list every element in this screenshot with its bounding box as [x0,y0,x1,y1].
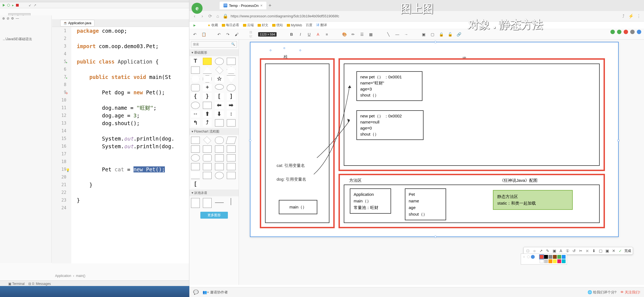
ext-icon[interactable] [630,30,635,34]
shape-misc4[interactable] [227,172,236,179]
annot-undo-icon[interactable]: ↺ [572,248,577,253]
shape-data[interactable] [226,137,236,144]
ext-icon[interactable] [637,30,641,34]
sidebar-tool-icon[interactable]: ⚙ [11,16,14,20]
shape-display[interactable] [215,163,224,170]
shape-ellipse[interactable] [215,84,224,90]
annot-copy-icon[interactable]: ▢ [598,248,603,253]
shape-sep-v[interactable] [231,198,231,205]
shape-arrow-u[interactable]: ⬆ [203,111,212,118]
shape-bracket-l[interactable]: [ [215,93,224,100]
shape-hexagon[interactable] [191,75,200,82]
color-pink[interactable] [557,259,561,263]
bookmark-folder[interactable]: 每日必看 [222,23,239,28]
shape-turn2[interactable]: ⤴ [203,119,212,127]
reload-icon[interactable]: ⟳ [208,14,212,19]
cat-ref-text[interactable]: cat: 引用变量名 [277,163,305,168]
paste-icon[interactable]: 📋 [201,32,206,37]
shape-sep[interactable] [215,202,224,203]
tab-close-icon[interactable]: × [260,3,263,8]
shape-arrow-ud[interactable]: ↕ [227,111,236,118]
font-color-icon[interactable]: A [315,32,321,37]
shapes-section[interactable]: ▾ 泳池泳道 [189,189,239,196]
more-shapes-button[interactable]: 更多图形 [200,212,228,219]
code-editor[interactable]: 123456789101112131415161718192021222324▸… [52,27,189,263]
shape-star[interactable]: ☆ [215,75,224,82]
shape-rounded[interactable] [191,84,200,91]
line2-icon[interactable]: — [394,32,400,37]
method-area-label[interactable]: 方法区 [349,178,362,183]
bookmark-folder[interactable]: 好文 [258,23,268,28]
play-icon[interactable]: ▸ [192,23,197,28]
ext-icon[interactable] [610,30,615,34]
shape-frame[interactable] [227,119,236,127]
home-icon[interactable]: ⌂ [215,14,220,19]
annot-cancel-icon[interactable]: ✕ [611,248,616,253]
size-dot[interactable] [527,255,530,258]
shape-offpage[interactable] [227,163,236,170]
ext-icon[interactable] [617,30,621,34]
canvas-page[interactable]: 栈 堆 cat: 引用变量名 dog: 引用变量名 main（） new pet… [250,42,619,237]
terminal-tab[interactable]: ▣ Terminal [8,282,24,286]
annot-download-icon[interactable]: ⬇ [591,248,596,253]
browser-tab[interactable]: On Temp - ProcessOn × [220,2,266,9]
shapes-search[interactable]: 搜索 🔍 [191,41,237,48]
color-red[interactable] [540,255,544,259]
shape-rect[interactable] [227,58,236,65]
vcs-icon[interactable]: ↙ [29,3,31,7]
shape-triangle[interactable] [203,67,212,74]
sidebar-tool-icon[interactable]: ⊘ [7,16,9,20]
stop-icon[interactable] [16,4,19,7]
shapes-section[interactable]: ▾ Flowchart 流程图 [189,128,239,135]
vcs-icon2[interactable]: ↗ [34,3,36,7]
shape-misc2[interactable] [203,172,212,179]
shape-stored[interactable] [215,145,224,153]
bookmark-folder[interactable]: 云端 [243,23,254,28]
font-icon[interactable]: 微软 [249,32,255,37]
shape-lane-v[interactable] [191,198,200,208]
color-black[interactable] [544,255,548,259]
color-white[interactable] [540,259,544,263]
handle[interactable] [299,50,301,51]
sidebar-tool-icon[interactable]: ⊕ [2,16,5,20]
application-class-box[interactable]: Application main（） 常量池：旺财 [350,188,391,214]
ext-icon[interactable] [624,30,628,34]
fill-icon[interactable]: 🎨 [342,32,347,37]
color-orange[interactable] [549,259,552,263]
color-lgray[interactable] [544,259,548,263]
annot-misc-icon[interactable]: ⤫ [585,248,590,253]
annot-done-label[interactable]: 完成 [624,249,631,253]
editor-tab[interactable]: ☕ Application.java [60,20,94,26]
shape-manual[interactable] [227,154,236,161]
shape-container[interactable] [215,119,224,127]
comment-icon[interactable]: 💬 [193,290,199,295]
line-icon[interactable]: ╲ [386,32,391,37]
shape-terminator[interactable] [215,137,224,144]
messages-tab[interactable]: ⊟ 0: Messages [28,282,51,286]
brush-icon[interactable]: 🖌 [234,32,239,37]
underline-icon[interactable]: U [306,32,312,37]
canvas[interactable]: 栈 堆 cat: 引用变量名 dog: 引用变量名 main（） new pet… [239,40,644,285]
new-tab-button[interactable]: + [269,3,272,9]
annot-mosaic-icon[interactable]: ▣ [552,248,557,253]
bookmark-item[interactable]: 百度 [306,23,312,28]
shape-square[interactable] [191,67,200,74]
ext-icon[interactable]: ⚡ [629,14,634,19]
shape-misc3[interactable] [215,172,224,179]
coverage-icon[interactable]: ▸ [12,3,14,7]
annot-ok-icon[interactable]: ✓ [618,248,623,253]
shape-internal[interactable] [227,145,236,153]
dog-ref-text[interactable]: dog: 引用变量名 [277,177,306,182]
bookmark-item[interactable]: 译翻译 [316,23,327,28]
heap-frame[interactable]: new pet（） ：0x0001 name="旺财" age=3 shout（… [339,58,605,171]
annot-arrow-icon[interactable]: ↗ [539,248,544,253]
shape-connector[interactable] [191,154,200,161]
shape-rect2[interactable] [203,102,212,109]
italic-icon[interactable]: I [298,32,303,37]
shape-brace-r[interactable]: } [203,93,212,100]
shape-doc[interactable] [191,145,200,153]
shape-diamond[interactable] [215,66,223,74]
shape-bracket-r[interactable]: ] [227,93,236,100]
stack-frame[interactable]: cat: 引用变量名 dog: 引用变量名 main（） [260,58,335,228]
sidebar-tool-icon[interactable]: — [16,16,19,20]
